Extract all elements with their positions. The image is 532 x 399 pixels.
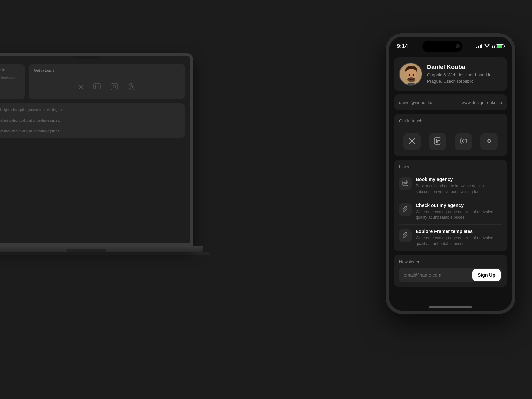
status-icons: 22 [476,44,504,49]
avatar [399,63,422,86]
svg-point-18 [436,139,437,140]
svg-point-6 [131,85,133,88]
laptop-screen: based in designfreaks.co Get in touch ✕ [0,53,193,246]
link-item-check-agency[interactable]: Check out my agency We create cutting-ed… [399,199,502,225]
svg-rect-26 [406,183,407,184]
laptop-foot [0,252,209,255]
laptop-instagram-icon[interactable] [110,83,118,92]
contact-website[interactable]: www.designfreaks.co [462,100,502,105]
paperclip-icon-2 [403,232,408,239]
battery-percent: 22 [492,45,495,48]
laptop-links-card: the design subscription you've been wait… [0,103,185,138]
newsletter-section: Newsletter Sign Up [394,255,507,287]
link-title-2: Check out my agency [416,203,502,208]
svg-rect-19 [461,138,466,144]
laptop-linkedin-icon[interactable] [93,83,101,92]
calendar-icon [402,180,408,187]
threads-button[interactable] [480,133,498,150]
svg-point-20 [462,140,465,142]
laptop-get-in-touch-label: Get in touch [34,68,180,75]
link-text-2: Check out my agency We create cutting-ed… [416,203,502,221]
svg-point-14 [411,77,412,78]
links-label: Links [399,164,502,169]
laptop-link-desc-3: igns of unrivaled quality at unbeatable … [0,129,180,133]
contact-row: daniel@wenot.ltd www.designfreaks.co [394,94,507,110]
link-icon-framer [399,229,412,242]
newsletter-email-input[interactable] [399,268,471,282]
svg-point-2 [95,85,96,86]
get-in-touch-card: Get in touch [394,114,507,156]
get-in-touch-label: Get in touch [399,118,502,126]
profile-info: Daniel Kouba Graphic & Web designer base… [427,64,502,84]
link-desc-2: We create cutting-edge designs of unriva… [416,209,502,221]
newsletter-input-row: Sign Up [399,268,502,282]
svg-rect-3 [111,83,118,90]
laptop-link-item-2: igns of unrivaled quality at unbeatable … [0,119,180,126]
instagram-icon [460,137,467,146]
svg-rect-1 [95,86,96,89]
laptop-link-desc-1: the design subscription you've been wait… [0,108,180,112]
paperclip-icon [403,206,408,213]
newsletter-signup-button[interactable]: Sign Up [472,269,501,281]
svg-point-12 [409,74,410,76]
link-title-3: Explore Framer templates [416,229,502,234]
island-camera [456,44,460,48]
laptop-social-icons-row: ✕ [34,80,180,95]
dynamic-island [422,41,462,52]
x-icon [408,137,416,146]
svg-point-13 [413,74,414,76]
laptop-partial-website: designfreaks.co [0,76,21,79]
profile-name: Daniel Kouba [427,64,502,71]
status-time: 9:14 [397,43,408,49]
profile-card: Daniel Kouba Graphic & Web designer base… [394,57,507,91]
laptop-get-in-touch-card: Get in touch ✕ [29,64,185,99]
link-icon-check [399,203,412,216]
link-item-book-agency[interactable]: Book my agency Book a call and get to kn… [399,173,502,199]
link-desc-1: Book a call and get to know the design s… [416,183,502,195]
svg-point-22 [488,140,490,143]
status-bar: 9:14 [389,37,512,54]
svg-rect-17 [436,140,437,143]
laptop-threads-icon[interactable] [128,83,136,92]
phone-scroll-content[interactable]: Daniel Kouba Graphic & Web designer base… [389,54,512,301]
link-item-framer[interactable]: Explore Framer templates We create cutti… [399,225,502,247]
battery-indicator: 22 [492,44,504,48]
svg-rect-25 [405,183,406,184]
laptop-notch [73,56,100,59]
laptop-link-desc-2: igns of unrivaled quality at unbeatable … [0,119,180,122]
svg-rect-24 [404,183,405,184]
svg-point-21 [465,139,466,140]
signal-icon [476,44,482,48]
laptop-screen-inner: based in designfreaks.co Get in touch ✕ [0,56,190,243]
contact-email[interactable]: daniel@wenot.ltd [399,100,432,105]
home-bar [429,306,472,308]
svg-point-4 [113,85,116,88]
laptop-content: based in designfreaks.co Get in touch ✕ [0,61,185,140]
newsletter-label: Newsletter [399,259,502,264]
laptop-based-in: based in [0,68,21,72]
x-twitter-button[interactable] [403,133,421,150]
home-indicator [389,301,512,311]
threads-icon [485,137,493,146]
laptop-x-icon[interactable]: ✕ [78,84,84,91]
laptop-base [0,246,203,252]
laptop-device: based in designfreaks.co Get in touch ✕ [0,53,206,306]
wifi-icon [484,44,490,49]
profile-description: Graphic & Web designer based in Prague, … [427,72,502,84]
laptop-partial-profile: based in designfreaks.co [0,64,25,99]
svg-point-5 [116,85,117,85]
laptop-link-item-1: the design subscription you've been wait… [0,108,180,115]
phone-device: 9:14 [386,33,515,352]
linkedin-icon [434,137,441,146]
linkedin-button[interactable] [429,133,446,150]
instagram-button[interactable] [455,133,472,150]
links-section: Links [394,160,507,251]
laptop-link-item-3: igns of unrivaled quality at unbeatable … [0,129,180,133]
contact-divider [447,99,447,106]
battery-icon [496,44,504,48]
link-title-1: Book my agency [416,177,502,182]
social-icons-row [399,130,502,152]
phone-frame: 9:14 [386,33,515,314]
link-icon-book [399,177,412,190]
link-desc-3: We create cutting-edge designs of unriva… [416,235,502,247]
